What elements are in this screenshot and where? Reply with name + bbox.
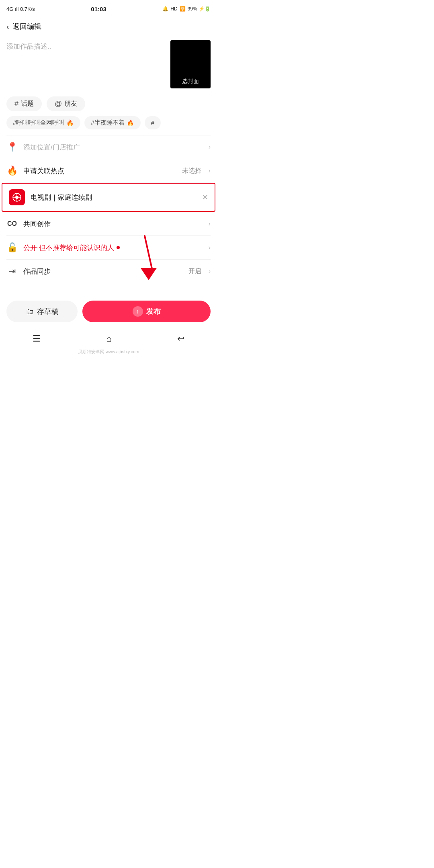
draft-icon: 🗂 [26,307,34,316]
location-item[interactable]: 📍 添加位置/门店推广 › [0,135,217,159]
publish-label: 发布 [146,307,161,316]
description-area: 添加作品描述.. 选封面 [0,35,217,93]
bottom-bar: 🗂 存草稿 ↑ 发布 [0,294,217,329]
tags-row: #呼叫呼叫全网呼叫 🔥 #半夜睡不着 🔥 # [0,116,217,135]
tag-item-3[interactable]: # [145,116,161,129]
tag-text-1: #呼叫呼叫全网呼叫 [13,119,64,127]
status-right-icons: 🔔 HD 🛜 99% ⚡🔋 [162,6,211,12]
privacy-dot [117,246,120,249]
co-label: 共同创作 [23,219,201,229]
system-nav-bar: ☰ ⌂ ↩ [0,329,217,347]
mention-label: 朋友 [64,100,77,108]
sync-item[interactable]: ⇥ 作品同步 开启 › [0,260,217,283]
battery-info: 99% ⚡🔋 [188,6,211,12]
signal-info: 4G ıll 0.7K/s [6,6,35,12]
draft-button[interactable]: 🗂 存草稿 [6,301,78,322]
co-text: CO [6,220,18,227]
publish-icon: ↑ [133,306,143,317]
status-bar: 4G ıll 0.7K/s 01:03 🔔 HD 🛜 99% ⚡🔋 [0,0,217,18]
location-chevron: › [209,143,211,151]
category-label: 电视剧｜家庭连续剧 [31,193,197,202]
cover-label: 选封面 [182,78,199,85]
privacy-icon: 🔓 [6,242,18,253]
hashtag-button[interactable]: # 话题 [6,96,42,111]
sync-icon: ⇥ [6,266,18,276]
tv-icon [12,192,22,202]
hd-label: HD [170,6,177,12]
home-icon[interactable]: ⌂ [106,334,111,344]
menu-icon[interactable]: ☰ [33,334,41,344]
nav-title: 返回编辑 [12,22,41,31]
carrier-signal: 4G ıll 0.7K/s [6,6,35,12]
action-buttons-row: # 话题 @ 朋友 [0,93,217,116]
svg-point-1 [15,196,18,199]
hashtag-icon: # [14,100,18,108]
upload-arrow: ↑ [136,308,139,315]
description-input[interactable]: 添加作品描述.. [6,40,166,51]
back-icon[interactable]: ‹ [6,22,9,31]
flame-icon-1: 🔥 [66,119,74,127]
hotspot-item[interactable]: 🔥 申请关联热点 未选择 › [0,159,217,182]
hotspot-value: 未选择 [182,167,201,175]
tag-text-2: #半夜睡不着 [91,119,124,127]
category-close-icon[interactable]: ✕ [202,193,208,202]
location-label: 添加位置/门店推广 [23,143,201,152]
tag-text-3: # [151,119,154,126]
co-item[interactable]: CO 共同创作 › [0,212,217,235]
watermark: 贝斯特安卓网 www.ajbstxy.com [0,347,217,357]
nav-bar: ‹ 返回编辑 [0,18,217,35]
alarm-icon: 🔔 [162,6,168,12]
mention-button[interactable]: @ 朋友 [47,96,85,111]
privacy-label: 公开·但不推荐给可能认识的人 [23,243,201,252]
spacer [0,283,217,291]
privacy-chevron: › [209,244,211,251]
sync-label: 作品同步 [23,267,183,276]
hotspot-label: 申请关联热点 [23,166,176,176]
back-nav-icon[interactable]: ↩ [177,334,184,344]
mention-icon: @ [55,100,62,108]
privacy-text: 公开·但不推荐给可能认识的人 [23,243,114,252]
flame-icon-2: 🔥 [127,119,134,127]
hotspot-chevron: › [209,167,211,174]
hashtag-label: 话题 [21,100,34,108]
cover-thumbnail[interactable]: 选封面 [170,40,211,88]
hotspot-icon: 🔥 [6,166,18,176]
tag-item-2[interactable]: #半夜睡不着 🔥 [84,116,140,129]
privacy-item[interactable]: 🔓 公开·但不推荐给可能认识的人 › [0,236,217,259]
wifi-icon: 🛜 [180,6,186,12]
clock: 01:03 [91,6,106,12]
co-chevron: › [209,220,211,227]
publish-button[interactable]: ↑ 发布 [82,301,211,322]
sync-chevron: › [209,268,211,275]
category-icon-wrap [9,189,25,205]
draft-label: 存草稿 [37,307,59,316]
tag-item-1[interactable]: #呼叫呼叫全网呼叫 🔥 [6,116,80,129]
sync-value: 开启 [188,267,201,276]
location-icon: 📍 [6,142,18,152]
category-item[interactable]: 电视剧｜家庭连续剧 ✕ [2,183,215,212]
